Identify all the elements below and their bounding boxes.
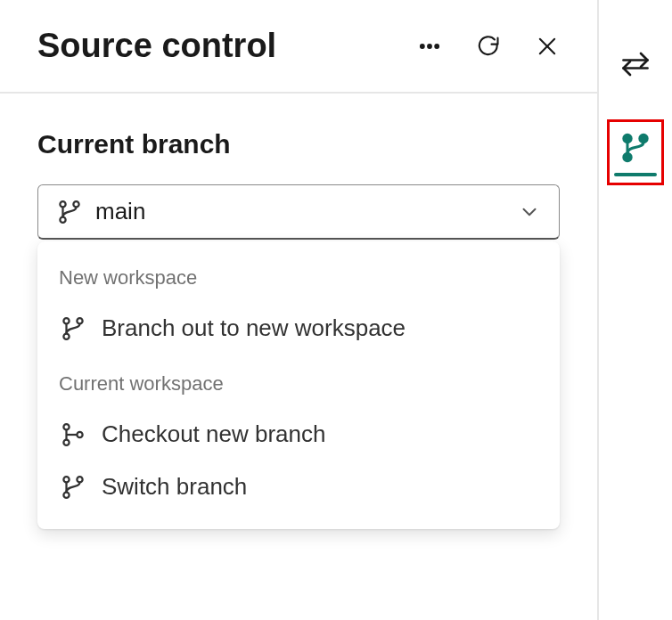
branch-dropdown[interactable]: main bbox=[37, 184, 560, 240]
panel-header: Source control bbox=[0, 0, 597, 94]
sync-arrows-icon bbox=[619, 48, 652, 80]
svg-point-17 bbox=[624, 135, 631, 142]
svg-point-12 bbox=[63, 439, 69, 445]
branch-icon bbox=[60, 315, 86, 342]
rail-active-underline bbox=[614, 173, 657, 176]
current-branch-label: Current branch bbox=[37, 129, 560, 159]
menu-item-checkout-branch[interactable]: Checkout new branch bbox=[37, 408, 560, 461]
svg-point-14 bbox=[63, 477, 69, 482]
rail-source-control-button[interactable] bbox=[607, 119, 664, 185]
panel-title: Source control bbox=[37, 27, 417, 65]
branch-alt-icon bbox=[60, 421, 86, 448]
branch-icon bbox=[56, 199, 83, 225]
source-control-panel: Source control bbox=[0, 0, 599, 620]
menu-item-switch-branch[interactable]: Switch branch bbox=[37, 461, 560, 513]
svg-point-0 bbox=[421, 45, 423, 47]
branch-icon bbox=[60, 474, 86, 501]
right-rail bbox=[599, 0, 672, 620]
svg-point-9 bbox=[77, 318, 82, 323]
svg-point-5 bbox=[60, 201, 65, 207]
refresh-button[interactable] bbox=[476, 34, 501, 59]
svg-point-2 bbox=[436, 45, 438, 47]
panel-content: Current branch main New workspace bbox=[0, 94, 597, 565]
refresh-icon bbox=[476, 34, 501, 59]
svg-point-6 bbox=[73, 201, 78, 207]
branch-dropdown-menu: New workspace Branch out to new workspac… bbox=[37, 241, 560, 529]
menu-group-current-workspace: Current workspace bbox=[37, 363, 560, 408]
svg-point-11 bbox=[63, 424, 69, 429]
close-button[interactable] bbox=[535, 34, 560, 59]
svg-point-16 bbox=[63, 492, 69, 497]
menu-item-branch-out[interactable]: Branch out to new workspace bbox=[37, 302, 560, 355]
header-actions bbox=[417, 34, 560, 59]
ellipsis-icon bbox=[417, 34, 442, 59]
svg-point-8 bbox=[63, 318, 69, 323]
branch-value: main bbox=[95, 198, 145, 225]
svg-point-13 bbox=[77, 431, 82, 436]
menu-group-new-workspace: New workspace bbox=[37, 257, 560, 302]
svg-point-19 bbox=[624, 153, 631, 160]
branch-dropdown-label: main bbox=[56, 198, 518, 225]
svg-point-18 bbox=[640, 135, 647, 142]
svg-point-10 bbox=[63, 333, 69, 339]
menu-item-label: Switch branch bbox=[102, 473, 247, 501]
svg-point-1 bbox=[428, 45, 430, 47]
rail-sync-button[interactable] bbox=[607, 36, 664, 93]
menu-item-label: Branch out to new workspace bbox=[102, 314, 406, 342]
svg-point-7 bbox=[60, 216, 65, 222]
close-icon bbox=[535, 34, 560, 59]
source-control-icon bbox=[619, 132, 652, 164]
chevron-down-icon bbox=[518, 200, 541, 224]
more-options-button[interactable] bbox=[417, 34, 442, 59]
svg-point-15 bbox=[77, 477, 82, 482]
menu-item-label: Checkout new branch bbox=[102, 420, 325, 448]
